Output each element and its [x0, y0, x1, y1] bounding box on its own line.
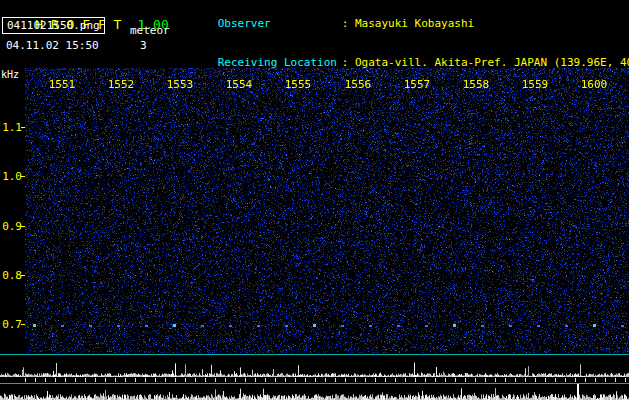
time-tick-label: 1555: [284, 78, 312, 91]
time-tick-label: 1551: [48, 78, 76, 91]
mode-label: meteor: [130, 24, 170, 37]
info-row-observer: Observer: Masayuki Kobayashi: [178, 4, 629, 43]
freq-tick: [21, 127, 25, 128]
info-label: Observer: [218, 17, 342, 30]
separator-line: [0, 383, 629, 384]
freq-tick: [21, 226, 25, 227]
freq-tick-label: 1.1: [2, 121, 22, 134]
separator-line: [0, 354, 629, 355]
time-tick-label: 1556: [344, 78, 372, 91]
freq-tick-label: 0.8: [2, 269, 22, 282]
hrofft-window: H R O F F T1.00 0411021550.png meteor 04…: [0, 0, 629, 400]
time-tick-row: [25, 378, 629, 382]
filename-box: 0411021550.png: [2, 17, 105, 34]
spectrogram-canvas: [25, 68, 629, 353]
time-tick-label: 1554: [225, 78, 253, 91]
freq-tick: [21, 324, 25, 325]
freq-tick: [21, 176, 25, 177]
freq-tick: [21, 275, 25, 276]
freq-tick-label: 1.0: [2, 170, 22, 183]
freq-tick-label: 0.9: [2, 220, 22, 233]
signal-level-strip: [0, 384, 629, 400]
signal-strength-strip: [0, 355, 629, 377]
time-tick-label: 1600: [580, 78, 608, 91]
spectrogram-plot: [25, 68, 629, 353]
time-tick-label: 1553: [166, 78, 194, 91]
time-tick-label: 1558: [462, 78, 490, 91]
time-tick-label: 1552: [107, 78, 135, 91]
time-tick-label: 1559: [521, 78, 549, 91]
freq-tick-label: 0.7: [2, 318, 22, 331]
datetime-label: 04.11.02 15:50: [6, 39, 99, 52]
info-value: : Masayuki Kobayashi: [342, 17, 474, 30]
time-tick-label: 1557: [403, 78, 431, 91]
freq-unit-label: kHz: [1, 69, 19, 80]
echo-count: 3: [140, 39, 147, 52]
